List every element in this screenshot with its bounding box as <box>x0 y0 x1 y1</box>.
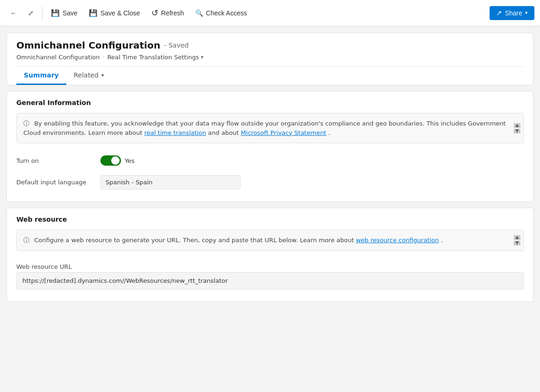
web-resource-scroll-down[interactable]: ▼ <box>514 241 520 245</box>
turn-on-value: Yes <box>100 155 135 166</box>
refresh-button[interactable]: ↺ Refresh <box>147 6 189 20</box>
toggle-yes-label: Yes <box>125 157 135 164</box>
default-language-row: Default input language Spanish - Spain <box>16 170 524 194</box>
save-close-label: Save & Close <box>100 9 140 17</box>
privacy-statement-link[interactable]: Microsoft Privacy Statement <box>241 129 327 136</box>
toolbar-divider-1 <box>42 7 43 20</box>
header-title-row: Omnichannel Configuration - Saved <box>16 40 524 51</box>
scroll-up-arrow[interactable]: ▲ <box>514 123 520 128</box>
check-access-button[interactable]: 🔍 Check Access <box>191 7 252 20</box>
share-button[interactable]: ↗ Share ▾ <box>490 6 534 20</box>
back-button[interactable]: ← <box>6 7 21 20</box>
web-resource-info-icon: ⓘ <box>23 237 29 244</box>
general-information-card: General Information ⓘ By enabling this f… <box>7 91 533 202</box>
info-circle-icon: ⓘ <box>23 120 29 127</box>
tab-summary-label: Summary <box>24 71 59 79</box>
general-information-banner: ⓘ By enabling this feature, you acknowle… <box>16 113 524 143</box>
breadcrumb: Omnichannel Configuration · Real Time Tr… <box>16 54 524 61</box>
save-button[interactable]: 💾 Save <box>46 6 82 20</box>
tab-related[interactable]: Related ▾ <box>66 67 112 85</box>
web-resource-banner-suffix: . <box>441 237 443 244</box>
banner-text-suffix: . <box>328 129 330 136</box>
breadcrumb-chevron-icon: ▾ <box>201 54 204 60</box>
tab-related-chevron-icon: ▾ <box>101 72 104 78</box>
banner-scroll-arrows: ▲ ▼ <box>514 123 520 133</box>
web-resource-title: Web resource <box>16 216 524 223</box>
general-information-title: General Information <box>16 99 524 106</box>
check-access-icon: 🔍 <box>195 9 203 17</box>
breadcrumb-current[interactable]: Real Time Translation Settings ▾ <box>107 54 204 61</box>
save-icon: 💾 <box>51 9 60 17</box>
real-time-translation-link[interactable]: real time translation <box>144 129 206 136</box>
refresh-label: Refresh <box>161 9 184 17</box>
web-resource-url-input[interactable]: https://[redacted].dynamics.com//WebReso… <box>16 272 524 289</box>
main-content: Omnichannel Configuration - Saved Omnich… <box>0 26 540 308</box>
default-language-label: Default input language <box>16 179 91 186</box>
save-close-button[interactable]: 💾 Save & Close <box>84 6 145 20</box>
back-icon: ← <box>10 9 17 17</box>
new-window-icon: ⤢ <box>28 9 34 17</box>
share-label: Share <box>505 9 522 17</box>
check-access-label: Check Access <box>206 9 247 17</box>
share-icon: ↗ <box>496 9 502 17</box>
page-title: Omnichannel Configuration <box>16 40 160 51</box>
tabs-row: Summary Related ▾ <box>16 66 524 85</box>
turn-on-toggle[interactable] <box>100 155 121 166</box>
header-card: Omnichannel Configuration - Saved Omnich… <box>7 33 533 85</box>
toolbar: ← ⤢ 💾 Save 💾 Save & Close ↺ Refresh 🔍 Ch… <box>0 0 540 26</box>
banner-text-mid: and about <box>208 129 241 136</box>
default-language-input[interactable]: Spanish - Spain <box>100 175 241 189</box>
web-resource-config-link[interactable]: web resource configuration <box>356 237 439 244</box>
scroll-down-arrow[interactable]: ▼ <box>514 129 520 133</box>
breadcrumb-current-text: Real Time Translation Settings <box>107 54 199 61</box>
toggle-wrap: Yes <box>100 155 135 166</box>
saved-status: - Saved <box>164 42 189 49</box>
share-chevron-icon: ▾ <box>525 10 528 16</box>
breadcrumb-sep: · <box>102 54 104 61</box>
turn-on-row: Turn on Yes <box>16 151 524 170</box>
refresh-icon: ↺ <box>151 9 158 17</box>
web-resource-url-row: Web resource URL https://[redacted].dyna… <box>16 259 524 294</box>
breadcrumb-parent[interactable]: Omnichannel Configuration <box>16 54 99 61</box>
save-close-icon: 💾 <box>89 9 98 17</box>
web-resource-card: Web resource ⓘ Configure a web resource … <box>7 208 533 302</box>
web-resource-scroll-arrows: ▲ ▼ <box>514 235 520 245</box>
save-label: Save <box>63 9 78 17</box>
new-window-button[interactable]: ⤢ <box>23 7 38 20</box>
web-resource-banner: ⓘ Configure a web resource to generate y… <box>16 230 524 251</box>
tab-related-label: Related <box>74 71 99 79</box>
turn-on-label: Turn on <box>16 157 91 164</box>
web-resource-scroll-up[interactable]: ▲ <box>514 235 520 240</box>
web-resource-url-label: Web resource URL <box>16 263 524 270</box>
web-resource-banner-prefix: Configure a web resource to generate you… <box>34 237 356 244</box>
tab-summary[interactable]: Summary <box>16 67 66 85</box>
